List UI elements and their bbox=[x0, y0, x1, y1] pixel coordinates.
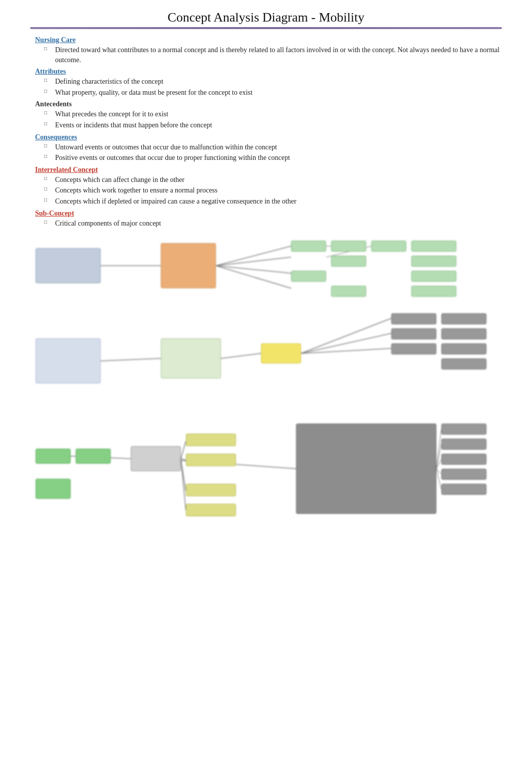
diagram-box-tr8 bbox=[411, 271, 456, 282]
interrelated-item-1: Concepts which can affect change in the … bbox=[55, 175, 502, 185]
svg-line-18 bbox=[436, 429, 441, 469]
diagram-box-yellow bbox=[261, 343, 301, 363]
diagram-box-bot-center4 bbox=[186, 504, 236, 516]
antecedents-item-1: What precedes the concept for it to exis… bbox=[55, 109, 502, 119]
svg-line-22 bbox=[436, 469, 441, 489]
diagram-box-green2 bbox=[76, 449, 111, 464]
diagram-box-dark7 bbox=[441, 358, 486, 369]
diagram-box-tr6 bbox=[411, 256, 456, 267]
svg-line-8 bbox=[221, 353, 261, 358]
svg-line-1 bbox=[216, 246, 291, 266]
svg-line-15 bbox=[181, 459, 186, 491]
diagram-box-tr1 bbox=[291, 241, 326, 252]
svg-line-3 bbox=[216, 266, 291, 273]
diagram-box-mid-left bbox=[36, 338, 101, 383]
antecedents-header: Antecedents bbox=[35, 100, 502, 108]
attributes-item-2: What property, quality, or data must be … bbox=[55, 88, 502, 98]
diagram-box-bot-center3 bbox=[186, 484, 236, 496]
diagram-box-bot-center1 bbox=[186, 434, 236, 446]
consequences-item-1: Untoward events or outcomes that occur d… bbox=[55, 142, 502, 152]
consequences-header: Consequences bbox=[35, 133, 502, 141]
svg-line-4 bbox=[216, 266, 291, 288]
svg-line-19 bbox=[436, 444, 441, 469]
interrelated-item-2: Concepts which work together to ensure a… bbox=[55, 185, 502, 196]
antecedents-list: What precedes the concept for it to exis… bbox=[35, 109, 502, 130]
consequences-section: Consequences Untoward events or outcomes… bbox=[35, 133, 502, 163]
attributes-section: Attributes Defining characteristics of t… bbox=[35, 68, 502, 97]
interrelated-list: Concepts which can affect change in the … bbox=[35, 175, 502, 207]
svg-line-16 bbox=[181, 459, 186, 510]
diagram-box-dark3 bbox=[391, 343, 436, 354]
svg-line-10 bbox=[301, 333, 391, 353]
diagram-box-nursing bbox=[36, 248, 101, 283]
nursing-care-list: Directed toward what contributes to a no… bbox=[35, 45, 502, 65]
svg-line-14 bbox=[181, 459, 186, 460]
antecedents-section: Antecedents What precedes the concept fo… bbox=[35, 100, 502, 130]
diagram-box-tr4 bbox=[411, 241, 456, 252]
diagram-box-dark-sm4 bbox=[441, 469, 486, 480]
nursing-care-item-1: Directed toward what contributes to a no… bbox=[55, 45, 502, 65]
concept-diagram bbox=[31, 238, 501, 629]
diagram-box-dark-sm1 bbox=[441, 424, 486, 435]
nursing-care-header: Nursing Care bbox=[35, 36, 502, 44]
diagram-box-dark2 bbox=[391, 328, 436, 339]
svg-line-7 bbox=[101, 358, 161, 361]
diagram-box-bot-main bbox=[131, 446, 181, 471]
diagram-box-dark5 bbox=[441, 328, 486, 339]
subconcept-item-1: Critical components of major concept bbox=[55, 219, 502, 229]
interrelated-section: Interrelated Concept Concepts which can … bbox=[35, 166, 502, 207]
diagram-box-green3 bbox=[36, 479, 71, 499]
interrelated-header: Interrelated Concept bbox=[35, 166, 502, 174]
diagram-box-orange bbox=[161, 243, 216, 288]
svg-line-20 bbox=[436, 459, 441, 469]
diagram-box-tr9 bbox=[331, 286, 366, 297]
consequences-list: Untoward events or outcomes that occur d… bbox=[35, 142, 502, 163]
diagram-box-tr3 bbox=[371, 241, 406, 252]
consequences-item-2: Positive events or outcomes that occur d… bbox=[55, 153, 502, 163]
diagram-box-tr10 bbox=[411, 286, 456, 297]
diagram-box-dark-sm5 bbox=[441, 484, 486, 495]
diagram-box-mid-center bbox=[161, 338, 221, 378]
attributes-item-1: Defining characteristics of the concept bbox=[55, 77, 502, 87]
svg-line-21 bbox=[436, 469, 441, 474]
page: Concept Analysis Diagram - Mobility Nurs… bbox=[0, 0, 532, 780]
subconcept-header: Sub-Concept bbox=[35, 210, 502, 218]
attributes-list: Defining characteristics of the concept … bbox=[35, 77, 502, 97]
diagram-box-dark-large bbox=[296, 424, 436, 514]
diagram-box-dark4 bbox=[441, 313, 486, 324]
nursing-care-section: Nursing Care Directed toward what contri… bbox=[35, 36, 502, 65]
attributes-header: Attributes bbox=[35, 68, 502, 76]
diagram-box-bot-center2 bbox=[186, 454, 236, 466]
interrelated-item-3: Concepts which if depleted or impaired c… bbox=[55, 197, 502, 207]
page-title: Concept Analysis Diagram - Mobility bbox=[30, 10, 502, 25]
diagram-box-tr2 bbox=[331, 241, 366, 252]
subconcept-section: Sub-Concept Critical components of major… bbox=[35, 210, 502, 229]
svg-line-9 bbox=[301, 318, 391, 353]
svg-line-11 bbox=[301, 348, 391, 353]
svg-line-2 bbox=[216, 257, 291, 266]
diagram-box-dark-sm2 bbox=[441, 439, 486, 450]
diagram-box-tr7 bbox=[291, 271, 326, 282]
diagram-box-dark6 bbox=[441, 343, 486, 354]
antecedents-item-2: Events or incidents that must happen bef… bbox=[55, 120, 502, 130]
diagram-box-tr5 bbox=[331, 256, 366, 267]
svg-line-13 bbox=[181, 441, 186, 459]
diagram-box-dark-sm3 bbox=[441, 454, 486, 465]
subconcept-list: Critical components of major concept bbox=[35, 219, 502, 229]
content-area: Nursing Care Directed toward what contri… bbox=[30, 36, 502, 228]
diagram-box-green1 bbox=[36, 449, 71, 464]
title-underline-bar bbox=[30, 27, 502, 29]
title-area: Concept Analysis Diagram - Mobility bbox=[30, 10, 502, 29]
diagram-box-dark1 bbox=[391, 313, 436, 324]
